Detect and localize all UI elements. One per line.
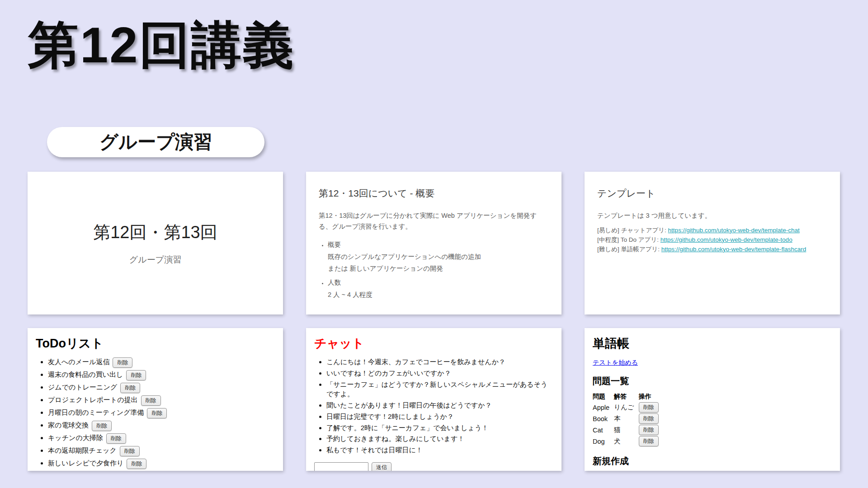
- slide-title-card: 第12回・第13回 グループ演習: [28, 172, 283, 314]
- todo-item-text: キッチンの大掃除: [48, 434, 103, 441]
- chat-message-list: こんにちは！今週末、カフェでコーヒーを飲みませんか？いいですね！どのカフェがいい…: [314, 357, 553, 455]
- column-header-actions: 操作: [639, 392, 663, 402]
- overview-heading: 第12・13回について - 概要: [319, 187, 549, 200]
- todo-item: 友人へのメール返信削除: [48, 357, 275, 368]
- chat-message: 了解です。2時に「サニーカフェ」で会いましょう！: [326, 423, 553, 433]
- template-link-row: [易しめ] チャットアプリ: https://github.com/utokyo…: [597, 226, 827, 235]
- template-link-label: [難しめ] 単語帳アプリ:: [597, 246, 661, 253]
- todo-item-text: 新しいレシピで夕食作り: [48, 459, 123, 467]
- chat-message: いいですね！どのカフェがいいですか？: [326, 368, 553, 378]
- overview-bullet-list: 概要既存のシンプルなアプリケーションへの機能の追加または 新しいアプリケーション…: [319, 239, 549, 301]
- chat-message: 私もです！それでは日曜日に！: [326, 445, 553, 455]
- overview-bullet-item: 概要既存のシンプルなアプリケーションへの機能の追加または 新しいアプリケーション…: [328, 239, 549, 275]
- flashcard-question: Cat: [593, 424, 614, 436]
- template-link-label: [中程度] To Do アプリ:: [597, 236, 660, 243]
- question-list-heading: 問題一覧: [593, 375, 832, 387]
- todo-delete-button[interactable]: 削除: [147, 408, 167, 418]
- flashcard-answer: 犬: [614, 436, 639, 447]
- chat-message: こんにちは！今週末、カフェでコーヒーを飲みませんか？: [326, 357, 553, 367]
- flashcard-answer: 本: [614, 413, 639, 424]
- todo-delete-button[interactable]: 削除: [92, 421, 112, 431]
- todo-item: ジムでのトレーニング削除: [48, 382, 275, 393]
- overview-intro: 第12・13回はグループに分かれて実際に Web アプリケーションを開発する、グ…: [319, 211, 549, 232]
- template-link[interactable]: https://github.com/utokyo-web-dev/templa…: [660, 236, 793, 243]
- flashcard-row: Book本削除: [593, 413, 663, 424]
- flashcard-table-header-row: 問題 解答 操作: [593, 392, 663, 402]
- todo-item: 本の返却期限チェック削除: [48, 446, 275, 456]
- start-test-link[interactable]: テストを始める: [593, 359, 638, 367]
- template-link-list: [易しめ] チャットアプリ: https://github.com/utokyo…: [597, 226, 827, 254]
- todo-item-text: 月曜日の朝のミーティング準備: [48, 408, 144, 416]
- overview-bullet-detail: 既存のシンプルなアプリケーションへの機能の追加: [328, 251, 549, 263]
- flashcard-delete-button[interactable]: 削除: [639, 413, 659, 424]
- flashcard-actions-cell: 削除: [639, 413, 663, 424]
- flashcard-app-title: 単語帳: [593, 335, 832, 352]
- flashcard-actions-cell: 削除: [639, 402, 663, 413]
- todo-delete-button[interactable]: 削除: [141, 395, 161, 406]
- flashcard-answer: 猫: [614, 424, 639, 436]
- template-intro: テンプレートは 3 つ用意しています。: [597, 211, 827, 221]
- flashcard-row: Dog犬削除: [593, 436, 663, 447]
- todo-list: 友人へのメール返信削除週末の食料品の買い出し削除ジムでのトレーニング削除プロジェ…: [36, 357, 275, 471]
- flashcard-table: 問題 解答 操作 Appleりんご削除Book本削除Cat猫削除Dog犬削除: [593, 392, 663, 447]
- flashcard-delete-button[interactable]: 削除: [639, 402, 659, 413]
- flashcard-actions-cell: 削除: [639, 424, 663, 436]
- todo-item-text: ジムでのトレーニング: [48, 383, 117, 391]
- chat-message: 予約しておきますね。楽しみにしています！: [326, 434, 553, 444]
- card-grid: 第12回・第13回 グループ演習 第12・13回について - 概要 第12・13…: [28, 172, 840, 471]
- template-card: テンプレート テンプレートは 3 つ用意しています。 [易しめ] チャットアプリ…: [585, 172, 840, 314]
- group-exercise-badge-label: グループ演習: [99, 130, 212, 155]
- chat-app-card: チャット こんにちは！今週末、カフェでコーヒーを飲みませんか？いいですね！どのカ…: [306, 328, 561, 471]
- flashcard-question: Book: [593, 413, 614, 424]
- group-exercise-badge: グループ演習: [47, 127, 264, 157]
- overview-bullet-item: 人数2 人 ~ 4 人程度: [328, 277, 549, 301]
- column-header-answer: 解答: [614, 392, 639, 402]
- flashcard-question: Dog: [593, 436, 614, 447]
- template-link-row: [中程度] To Do アプリ: https://github.com/utok…: [597, 235, 827, 245]
- slide-title-heading: 第12回・第13回: [93, 221, 217, 244]
- chat-send-button[interactable]: 送信: [372, 462, 392, 471]
- template-link[interactable]: https://github.com/utokyo-web-dev/templa…: [661, 246, 806, 253]
- todo-item: キッチンの大掃除削除: [48, 433, 275, 444]
- flashcard-delete-button[interactable]: 削除: [639, 436, 659, 446]
- flashcard-row: Cat猫削除: [593, 424, 663, 436]
- flashcard-table-body: Appleりんご削除Book本削除Cat猫削除Dog犬削除: [593, 402, 663, 447]
- template-link-row: [難しめ] 単語帳アプリ: https://github.com/utokyo-…: [597, 245, 827, 254]
- todo-item: 月曜日の朝のミーティング準備削除: [48, 408, 275, 418]
- chat-message: 聞いたことがあります！日曜日の午後はどうですか？: [326, 400, 553, 410]
- flashcard-row: Appleりんご削除: [593, 402, 663, 413]
- template-heading: テンプレート: [597, 187, 827, 200]
- todo-item: 新しいレシピで夕食作り削除: [48, 458, 275, 469]
- todo-delete-button[interactable]: 削除: [120, 446, 140, 456]
- template-link[interactable]: https://github.com/utokyo-web-dev/templa…: [668, 227, 800, 234]
- todo-item-text: 本の返却期限チェック: [48, 446, 117, 454]
- todo-app-title: ToDoリスト: [36, 335, 275, 352]
- page-title: 第12回講義: [28, 14, 295, 77]
- todo-item-text: 家の電球交換: [48, 421, 89, 429]
- todo-delete-button[interactable]: 削除: [120, 383, 140, 393]
- todo-item-text: 週末の食料品の買い出し: [48, 371, 123, 378]
- todo-item: 家の電球交換削除: [48, 420, 275, 431]
- flashcard-actions-cell: 削除: [639, 436, 663, 447]
- overview-bullet-detail: または 新しいアプリケーションの開発: [328, 263, 549, 275]
- chat-app-title: チャット: [314, 335, 553, 352]
- slide-title-subtitle: グループ演習: [129, 254, 181, 266]
- overview-bullet-detail: 2 人 ~ 4 人程度: [328, 289, 549, 301]
- create-new-heading: 新規作成: [593, 455, 832, 467]
- chat-message: 日曜日は完璧です！2時にしましょうか？: [326, 412, 553, 422]
- todo-item-text: プロジェクトレポートの提出: [48, 396, 138, 404]
- flashcard-app-card: 単語帳 テストを始める 問題一覧 問題 解答 操作 Appleりんご削除Book…: [585, 328, 840, 471]
- todo-delete-button[interactable]: 削除: [127, 459, 146, 469]
- flashcard-delete-button[interactable]: 削除: [639, 425, 659, 435]
- todo-delete-button[interactable]: 削除: [126, 370, 146, 380]
- overview-bullet-label: 人数: [328, 277, 549, 289]
- flashcard-question: Apple: [593, 402, 614, 413]
- todo-delete-button[interactable]: 削除: [106, 433, 126, 444]
- todo-delete-button[interactable]: 削除: [113, 357, 132, 368]
- column-header-question: 問題: [593, 392, 614, 402]
- flashcard-answer: りんご: [614, 402, 639, 413]
- slide-overview-card: 第12・13回について - 概要 第12・13回はグループに分かれて実際に We…: [306, 172, 561, 314]
- chat-input[interactable]: [314, 462, 368, 471]
- chat-message: 「サニーカフェ」はどうですか？新しいスペシャルメニューがあるそうですよ。: [326, 380, 553, 399]
- chat-input-row: 送信: [314, 462, 553, 471]
